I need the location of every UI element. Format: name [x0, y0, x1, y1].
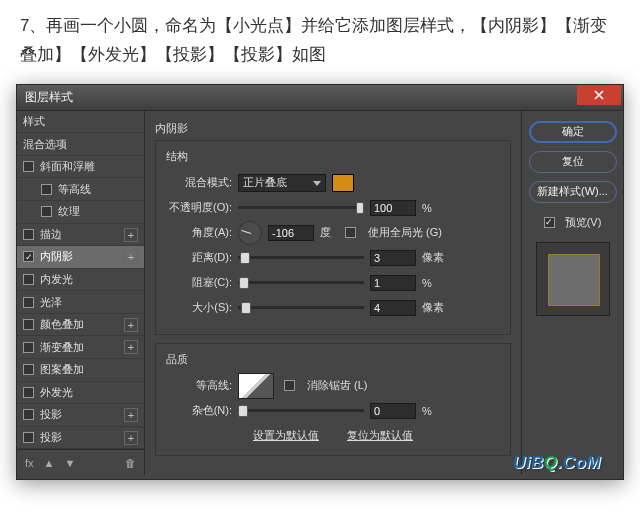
add-icon[interactable]: + [124, 431, 138, 445]
checkbox[interactable] [23, 342, 34, 353]
angle-dial[interactable] [238, 221, 262, 245]
slider-handle[interactable] [241, 302, 251, 314]
add-icon[interactable]: + [124, 340, 138, 354]
size-row: 大小(S): 像素 [166, 297, 500, 319]
noise-row: 杂色(N): % [166, 400, 500, 422]
percent-unit: % [422, 202, 432, 214]
sidebar-item-bevel[interactable]: 斜面和浮雕 [17, 156, 144, 179]
px-unit: 像素 [422, 250, 444, 265]
add-icon[interactable]: + [124, 228, 138, 242]
checkbox[interactable] [23, 387, 34, 398]
angle-row: 角度(A): 度 使用全局光 (G) [166, 222, 500, 244]
add-icon[interactable]: + [124, 250, 138, 264]
slider-handle[interactable] [238, 405, 248, 417]
new-style-button[interactable]: 新建样式(W)... [529, 181, 617, 203]
opacity-slider[interactable] [238, 206, 364, 209]
label: 颜色叠加 [40, 317, 84, 332]
label: 投影 [40, 430, 62, 445]
label: 样式 [23, 114, 45, 129]
fx-icon[interactable]: fx [25, 457, 34, 469]
checkbox[interactable] [41, 184, 52, 195]
label: 内发光 [40, 272, 73, 287]
sidebar-item-outer-glow[interactable]: 外发光 [17, 382, 144, 405]
distance-slider[interactable] [238, 256, 364, 259]
label: 纹理 [58, 204, 80, 219]
add-icon[interactable]: + [124, 318, 138, 332]
distance-label: 距离(D): [166, 250, 232, 265]
group-label: 结构 [166, 149, 500, 164]
sidebar-item-gradient-overlay[interactable]: 渐变叠加+ [17, 336, 144, 359]
add-icon[interactable]: + [124, 408, 138, 422]
quality-group: 品质 等高线: 消除锯齿 (L) 杂色(N): % 设置为默认值 复位为默认值 [155, 343, 511, 456]
size-slider[interactable] [238, 306, 364, 309]
choke-row: 阻塞(C): % [166, 272, 500, 294]
percent-unit: % [422, 405, 432, 417]
checkbox[interactable] [23, 297, 34, 308]
checkbox[interactable] [41, 206, 52, 217]
size-label: 大小(S): [166, 300, 232, 315]
choke-label: 阻塞(C): [166, 275, 232, 290]
antialias-checkbox[interactable] [284, 380, 295, 391]
sidebar-item-inner-glow[interactable]: 内发光 [17, 269, 144, 292]
close-button[interactable] [577, 85, 621, 105]
checkbox[interactable] [23, 319, 34, 330]
size-input[interactable] [370, 300, 416, 316]
sidebar-item-drop-shadow-2[interactable]: 投影+ [17, 427, 144, 450]
preview-toggle[interactable]: 预览(V) [544, 215, 602, 230]
opacity-input[interactable] [370, 200, 416, 216]
checkbox[interactable] [23, 161, 34, 172]
global-light-checkbox[interactable] [345, 227, 356, 238]
opacity-row: 不透明度(O): % [166, 197, 500, 219]
slider-handle[interactable] [239, 277, 249, 289]
checkbox[interactable] [23, 274, 34, 285]
dialog-title: 图层样式 [25, 89, 73, 106]
label: 描边 [40, 227, 62, 242]
sidebar-item-contour[interactable]: 等高线 [17, 178, 144, 201]
global-light-label: 使用全局光 (G) [368, 225, 442, 240]
layer-style-dialog: 图层样式 样式 混合选项 斜面和浮雕 等高线 纹理 描边+ 内阴影+ 内发光 光… [16, 84, 624, 480]
label: 光泽 [40, 295, 62, 310]
checkbox[interactable] [23, 251, 34, 262]
distance-input[interactable] [370, 250, 416, 266]
structure-group: 结构 混合模式: 正片叠底 不透明度(O): % 角度(A): 度 [155, 140, 511, 335]
contour-picker[interactable] [238, 373, 274, 399]
checkbox[interactable] [23, 409, 34, 420]
ok-button[interactable]: 确定 [529, 121, 617, 143]
choke-slider[interactable] [238, 281, 364, 284]
blend-mode-select[interactable]: 正片叠底 [238, 174, 326, 192]
sidebar-item-satin[interactable]: 光泽 [17, 291, 144, 314]
color-swatch[interactable] [332, 174, 354, 192]
trash-icon[interactable]: 🗑 [125, 457, 136, 469]
slider-handle[interactable] [240, 252, 250, 264]
checkbox[interactable] [23, 229, 34, 240]
distance-row: 距离(D): 像素 [166, 247, 500, 269]
checkbox[interactable] [23, 432, 34, 443]
choke-input[interactable] [370, 275, 416, 291]
cancel-button[interactable]: 复位 [529, 151, 617, 173]
sidebar-item-stroke[interactable]: 描边+ [17, 224, 144, 247]
panel-title: 内阴影 [155, 121, 511, 136]
preview-thumbnail [536, 242, 610, 316]
sidebar-item-blend-options[interactable]: 混合选项 [17, 133, 144, 156]
angle-input[interactable] [268, 225, 314, 241]
sidebar-item-inner-shadow[interactable]: 内阴影+ [17, 246, 144, 269]
sidebar-item-pattern-overlay[interactable]: 图案叠加 [17, 359, 144, 382]
default-buttons: 设置为默认值 复位为默认值 [166, 428, 500, 443]
value: 正片叠底 [243, 175, 287, 190]
sidebar-item-drop-shadow-1[interactable]: 投影+ [17, 404, 144, 427]
percent-unit: % [422, 277, 432, 289]
label: 内阴影 [40, 249, 73, 264]
noise-slider[interactable] [238, 409, 364, 412]
reset-default-button[interactable]: 复位为默认值 [347, 428, 413, 443]
sidebar-item-texture[interactable]: 纹理 [17, 201, 144, 224]
sidebar-item-styles[interactable]: 样式 [17, 111, 144, 134]
checkbox[interactable] [544, 217, 555, 228]
make-default-button[interactable]: 设置为默认值 [253, 428, 319, 443]
slider-handle[interactable] [356, 202, 364, 214]
watermark: UiBQ.CoM [513, 453, 601, 473]
arrow-up-icon[interactable]: ▲ [44, 457, 55, 469]
sidebar-item-color-overlay[interactable]: 颜色叠加+ [17, 314, 144, 337]
checkbox[interactable] [23, 364, 34, 375]
noise-input[interactable] [370, 403, 416, 419]
arrow-down-icon[interactable]: ▼ [64, 457, 75, 469]
